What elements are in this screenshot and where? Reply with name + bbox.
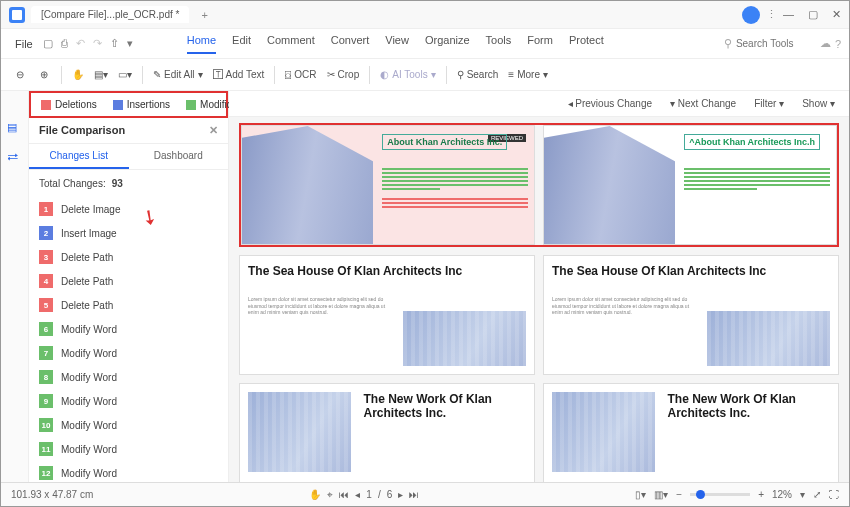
select-mode-icon[interactable]: ⌖	[327, 489, 333, 501]
left-rail: ▤ ⮂	[1, 91, 29, 482]
page-right-3[interactable]: The New Work Of Klan Architects Inc.	[543, 383, 839, 482]
help-icon[interactable]: ?	[835, 38, 841, 50]
document-tab[interactable]: [Compare File]...ple_OCR.pdf *	[31, 6, 189, 23]
maximize-button[interactable]: ▢	[808, 8, 818, 21]
section-title: The New Work Of Klan Architects Inc.	[363, 392, 534, 421]
section-image	[552, 392, 655, 472]
panel-close-icon[interactable]: ✕	[209, 124, 218, 137]
kebab-icon[interactable]: ⋮	[766, 8, 777, 21]
subtab-dashboard[interactable]: Dashboard	[129, 144, 229, 169]
first-page-icon[interactable]: ⏮	[339, 489, 349, 500]
zoom-slider[interactable]	[690, 493, 750, 496]
last-page-icon[interactable]: ⏭	[409, 489, 419, 500]
chevron-down-icon[interactable]: ▾	[127, 37, 133, 50]
page-right-1[interactable]: ^About Khan Architects Inc.h	[543, 125, 837, 245]
fit-width-icon[interactable]: ⤢	[813, 489, 821, 500]
tab-protect[interactable]: Protect	[569, 34, 604, 54]
zoom-out-icon: ⊖	[13, 68, 27, 82]
page-current[interactable]: 1	[366, 489, 372, 500]
minimize-button[interactable]: —	[783, 8, 794, 21]
close-button[interactable]: ✕	[832, 8, 841, 21]
undo-icon[interactable]: ↶	[76, 37, 85, 50]
page-total: 6	[387, 489, 393, 500]
previous-change-button[interactable]: ◂ Previous Change	[568, 98, 653, 109]
tab-organize[interactable]: Organize	[425, 34, 470, 54]
zoom-chevron-icon[interactable]: ▾	[800, 489, 805, 500]
tab-home[interactable]: Home	[187, 34, 216, 54]
body-lines	[684, 168, 830, 190]
section-image	[248, 392, 351, 472]
tab-edit[interactable]: Edit	[232, 34, 251, 54]
more-button[interactable]: ≡ More▾	[508, 69, 548, 80]
crop-button[interactable]: ✂ Crop	[327, 69, 360, 80]
tab-convert[interactable]: Convert	[331, 34, 370, 54]
zoom-out-icon[interactable]: −	[676, 489, 682, 500]
change-item[interactable]: 10Modify Word	[29, 413, 228, 437]
menubar: File ▢ ⎙ ↶ ↷ ⇧ ▾ Home Edit Comment Conve…	[1, 29, 849, 59]
tab-comment[interactable]: Comment	[267, 34, 315, 54]
print-icon[interactable]: ⎙	[61, 37, 68, 50]
ai-tools-button[interactable]: ◐ AI Tools▾	[380, 69, 435, 80]
zoom-in-icon[interactable]: +	[758, 489, 764, 500]
show-dropdown[interactable]: Show ▾	[802, 98, 835, 109]
view-facing-icon[interactable]: ▥▾	[654, 489, 668, 500]
shape-tool[interactable]: ▭▾	[118, 69, 132, 80]
redo-icon[interactable]: ↷	[93, 37, 102, 50]
change-item[interactable]: 3Delete Path	[29, 245, 228, 269]
section-body: Lorem ipsum dolor sit amet consectetur a…	[248, 296, 387, 316]
page-left-1[interactable]: REVIEWED About Khan Architects Inc.	[241, 125, 535, 245]
ocr-button[interactable]: ⌼ OCR	[285, 69, 316, 80]
add-text-button[interactable]: 🅃 Add Text	[213, 69, 265, 80]
next-change-button[interactable]: ▾ Next Change	[670, 98, 736, 109]
zoom-out-button[interactable]: ⊖	[13, 68, 27, 82]
share-icon[interactable]: ⇧	[110, 37, 119, 50]
page-right-2[interactable]: The Sea House Of Klan Architects Inc Lor…	[543, 255, 839, 375]
view-single-icon[interactable]: ▯▾	[635, 489, 646, 500]
page-row-3: The New Work Of Klan Architects Inc. The…	[239, 383, 839, 482]
change-item[interactable]: 6Modify Word	[29, 317, 228, 341]
user-avatar[interactable]	[742, 6, 760, 24]
next-page-icon[interactable]: ▸	[398, 489, 403, 500]
section-title: The New Work Of Klan Architects Inc.	[667, 392, 838, 421]
building-graphic	[242, 126, 373, 244]
file-menu[interactable]: File	[9, 38, 39, 50]
tab-form[interactable]: Form	[527, 34, 553, 54]
pages-container[interactable]: REVIEWED About Khan Architects Inc. ^Abo…	[229, 117, 849, 482]
zoom-value[interactable]: 12%	[772, 489, 792, 500]
section-title: The Sea House Of Klan Architects Inc	[248, 264, 526, 278]
change-item[interactable]: 12Modify Word	[29, 461, 228, 482]
thumbnails-icon[interactable]: ▤	[7, 121, 23, 137]
tab-view[interactable]: View	[385, 34, 409, 54]
page-left-3[interactable]: The New Work Of Klan Architects Inc.	[239, 383, 535, 482]
change-item[interactable]: 7Modify Word	[29, 341, 228, 365]
tab-tools[interactable]: Tools	[486, 34, 512, 54]
compare-icon[interactable]: ⮂	[7, 151, 23, 167]
hand-mode-icon[interactable]: ✋	[309, 489, 321, 500]
titlebar: [Compare File]...ple_OCR.pdf * + ⋮ — ▢ ✕	[1, 1, 849, 29]
change-item[interactable]: 9Modify Word	[29, 389, 228, 413]
change-item[interactable]: 11Modify Word	[29, 437, 228, 461]
change-label: Delete Path	[61, 300, 113, 311]
cloud-icon[interactable]: ☁	[820, 37, 831, 50]
search-button[interactable]: ⚲ Search	[457, 69, 499, 80]
change-item[interactable]: 4Delete Path	[29, 269, 228, 293]
search-tools-input[interactable]	[736, 38, 816, 49]
subtab-changes-list[interactable]: Changes List	[29, 144, 129, 169]
new-tab-button[interactable]: +	[195, 9, 213, 21]
change-item[interactable]: 8Modify Word	[29, 365, 228, 389]
filter-dropdown[interactable]: Filter ▾	[754, 98, 784, 109]
change-item[interactable]: 5Delete Path	[29, 293, 228, 317]
page-row-1: REVIEWED About Khan Architects Inc. ^Abo…	[239, 123, 839, 247]
change-label: Modify Word	[61, 396, 117, 407]
edit-all-button[interactable]: ✎ Edit All▾	[153, 69, 203, 80]
prev-page-icon[interactable]: ◂	[355, 489, 360, 500]
change-label: Insert Image	[61, 228, 117, 239]
highlight-tool[interactable]: ▤▾	[94, 69, 108, 80]
open-icon[interactable]: ▢	[43, 37, 53, 50]
zoom-in-button[interactable]: ⊕	[37, 68, 51, 82]
hand-tool[interactable]: ✋	[72, 69, 84, 80]
fullscreen-icon[interactable]: ⛶	[829, 489, 839, 500]
change-item[interactable]: 1Delete Image	[29, 197, 228, 221]
change-item[interactable]: 2Insert Image	[29, 221, 228, 245]
page-left-2[interactable]: The Sea House Of Klan Architects Inc Lor…	[239, 255, 535, 375]
